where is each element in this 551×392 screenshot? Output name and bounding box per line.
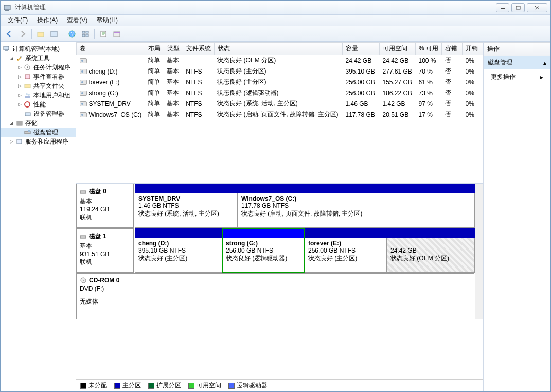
menu-action[interactable]: 操作(A) [33,15,62,26]
legend: 未分配 主分区 扩展分区 可用空间 逻辑驱动器 [76,379,483,391]
tree-services[interactable]: ▷服务和应用程序 [1,137,76,146]
view-mode-button[interactable] [80,28,91,40]
device-icon [24,110,32,117]
collapse-icon[interactable]: ▷ [17,65,23,70]
svg-rect-13 [86,34,88,37]
storage-icon [15,119,24,127]
col-pct[interactable]: % 可用 [415,43,441,55]
svg-rect-31 [28,130,30,132]
nav-back-button[interactable] [4,28,15,40]
expand-icon[interactable]: ◢ [9,120,14,126]
svg-rect-17 [4,46,9,50]
col-type[interactable]: 类型 [164,43,183,55]
svg-rect-29 [17,123,22,125]
computer-icon [3,45,11,52]
partition-cheng-d[interactable]: cheng (D:)395.10 GB NTFS状态良好 (主分区) [135,228,222,273]
menubar: 文件(F) 操作(A) 查看(V) 帮助(H) [1,15,550,26]
svg-point-24 [28,94,30,96]
expand-icon[interactable]: ◢ [9,56,14,61]
legend-extended: 扩展分区 [156,382,181,389]
table-row[interactable]: Windows7_OS (C:)简单基本NTFS状态良好 (启动, 页面文件, … [77,109,483,120]
tree-root[interactable]: 计算机管理(本地) [1,44,76,54]
col-free[interactable]: 可用空间 [379,43,415,55]
perf-icon [24,101,32,108]
titlebar[interactable]: 计算机管理 [1,1,550,15]
app-window: 计算机管理 文件(F) 操作(A) 查看(V) 帮助(H) ? 计算机管理(本地… [0,0,551,392]
col-capacity[interactable]: 容量 [342,43,379,55]
svg-rect-34 [80,236,86,238]
partition-system-drv[interactable]: SYSTEM_DRV1.46 GB NTFS状态良好 (系统, 活动, 主分区) [135,184,238,228]
actions-disk-mgmt[interactable]: 磁盘管理 ▴ [484,56,550,69]
menu-help[interactable]: 帮助(H) [93,15,122,26]
col-fault[interactable]: 容错 [442,43,463,55]
disk0-block: 磁盘 0 基本 119.24 GB 联机 SYSTEM_DRV1.46 GB N… [76,184,475,228]
collapse-arrow-icon: ▴ [543,59,546,66]
disk-icon [24,129,32,136]
tree-shared-folders[interactable]: ▷共享文件夹 [1,81,76,91]
svg-rect-18 [5,50,8,51]
cdrom-header[interactable]: CD-ROM 0 DVD (F:) 无媒体 [76,273,474,319]
event-icon [24,73,32,80]
tree-system-tools[interactable]: ◢ 系统工具 [1,54,76,63]
svg-rect-6 [38,32,44,37]
legend-free: 可用空间 [197,382,221,389]
tree-performance[interactable]: ▷性能 [1,100,76,109]
minimize-button[interactable] [496,3,509,12]
table-row[interactable]: forever (E:)简单基本NTFS状态良好 (主分区)256.00 GB1… [77,77,483,87]
list-view-button[interactable] [111,28,122,40]
disk0-header[interactable]: 磁盘 0 基本 119.24 GB 联机 [76,184,134,228]
menu-view[interactable]: 查看(V) [63,15,92,26]
table-row[interactable]: cheng (D:)简单基本NTFS状态良好 (主分区)395.10 GB277… [77,66,483,77]
nav-tree[interactable]: 计算机管理(本地) ◢ 系统工具 ▷任务计划程序 ▷事件查看器 ▷共享文件夹 ▷… [1,42,76,391]
menu-file[interactable]: 文件(F) [4,15,32,26]
svg-rect-0 [4,5,10,10]
collapse-icon[interactable]: ▷ [17,93,23,98]
volume-table[interactable]: 卷 布局 类型 文件系统 状态 容量 可用空间 % 可用 容错 开销 简单基本状… [76,42,483,120]
partition-forever-e[interactable]: forever (E:)256.00 GB NTFS状态良好 (主分区) [305,228,387,273]
collapse-icon[interactable]: ▷ [17,102,23,108]
tree-disk-management[interactable]: 磁盘管理 [1,128,76,137]
refresh-button[interactable] [98,28,109,40]
svg-rect-7 [51,31,57,37]
partition-oem[interactable]: 24.42 GB状态良好 (OEM 分区) [387,228,475,273]
tree-local-users[interactable]: ▷本地用户和组 [1,91,76,100]
table-row[interactable]: strong (G:)简单基本NTFS状态良好 (逻辑驱动器)256.00 GB… [77,87,483,98]
maximize-button[interactable] [511,3,525,12]
tree-event-viewer[interactable]: ▷事件查看器 [1,72,76,81]
scrollbar[interactable] [475,184,483,319]
legend-primary: 主分区 [122,382,141,389]
table-row[interactable]: 简单基本状态良好 (OEM 分区)24.42 GB24.42 GB100 %否0… [77,55,483,66]
clock-icon [24,64,32,71]
tree-task-scheduler[interactable]: ▷任务计划程序 [1,63,76,72]
collapse-icon[interactable]: ▷ [17,83,23,89]
col-fs[interactable]: 文件系统 [183,43,214,55]
svg-point-36 [83,280,84,281]
col-status[interactable]: 状态 [214,43,342,55]
close-button[interactable] [527,3,547,12]
collapse-icon[interactable]: ▷ [9,139,14,145]
help-button[interactable]: ? [66,28,78,40]
col-volume[interactable]: 卷 [77,43,145,55]
nav-forward-button[interactable] [17,28,28,40]
disk-graph-pane[interactable]: 磁盘 0 基本 119.24 GB 联机 SYSTEM_DRV1.46 GB N… [76,184,483,379]
properties-button[interactable] [48,28,60,40]
table-row[interactable]: SYSTEM_DRV简单基本NTFS状态良好 (系统, 活动, 主分区)1.46… [77,98,483,109]
volume-list[interactable]: 卷 布局 类型 文件系统 状态 容量 可用空间 % 可用 容错 开销 简单基本状… [76,42,483,184]
cdrom-block: CD-ROM 0 DVD (F:) 无媒体 [76,273,475,319]
svg-rect-21 [25,75,30,79]
partition-windows7-os[interactable]: Windows7_OS (C:)117.78 GB NTFS状态良好 (启动, … [238,184,475,228]
disk1-header[interactable]: 磁盘 1 基本 931.51 GB 联机 [76,228,134,273]
content-area: 计算机管理(本地) ◢ 系统工具 ▷任务计划程序 ▷事件查看器 ▷共享文件夹 ▷… [1,42,550,391]
toolbar: ? [1,26,550,42]
actions-header: 操作 [484,42,550,56]
col-layout[interactable]: 布局 [145,43,164,55]
partition-strong-g[interactable]: strong (G:)256.00 GB NTFS状态良好 (逻辑驱动器) [222,228,305,273]
svg-rect-22 [25,84,30,88]
tree-device-manager[interactable]: 设备管理器 [1,109,76,118]
collapse-icon[interactable]: ▷ [17,74,23,80]
svg-rect-3 [516,6,520,9]
col-overhead[interactable]: 开销 [463,43,483,55]
up-button[interactable] [35,28,46,40]
tree-storage[interactable]: ◢存储 [1,118,76,128]
actions-more[interactable]: 更多操作 ▸ [484,69,550,84]
